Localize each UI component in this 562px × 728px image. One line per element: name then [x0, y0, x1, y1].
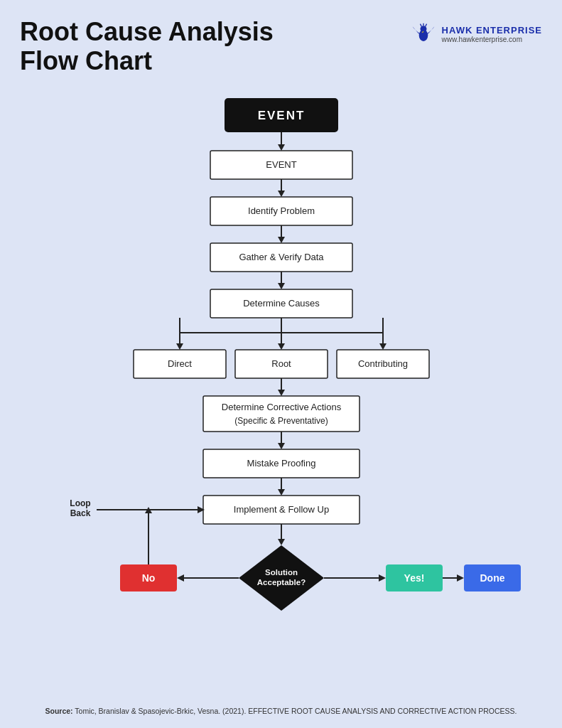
yes-label: Yes! — [404, 572, 425, 584]
page-title: Root Cause Analysis Flow Chart — [20, 17, 274, 76]
corrective-sub-label: (Specific & Preventative) — [234, 416, 328, 426]
svg-marker-35 — [379, 574, 386, 582]
corrective-label: Determine Corrective Actions — [222, 402, 342, 412]
loop-back-label2: Back — [70, 508, 91, 518]
svg-marker-15 — [176, 343, 183, 350]
page: Root Cause Analysis Flow Chart — [0, 0, 562, 728]
solution-label2: Acceptable? — [257, 578, 306, 587]
source-footer: Source: Tomic, Branislav & Spasojevic-Br… — [0, 707, 562, 715]
svg-marker-25 — [278, 489, 285, 496]
logo-text: HAWK ENTERPRISE www.hawkenterprise.com — [442, 25, 542, 43]
svg-marker-23 — [278, 443, 285, 449]
source-text: Tomic, Branislav & Spasojevic-Brkic, Ves… — [75, 707, 517, 715]
svg-marker-7 — [278, 237, 285, 243]
no-label: No — [142, 572, 156, 584]
svg-marker-29 — [278, 539, 285, 545]
svg-marker-3 — [278, 144, 285, 151]
event-main-label: EVENT — [258, 109, 306, 122]
hawk-logo-icon — [411, 21, 436, 47]
gather-verify-label: Gather & Verify Data — [239, 252, 324, 262]
event-label: EVENT — [266, 159, 296, 170]
svg-marker-19 — [379, 343, 387, 350]
svg-marker-5 — [278, 191, 285, 197]
logo-url: www.hawkenterprise.com — [442, 36, 542, 43]
flowchart-svg: EVENT EVENT Identify Problem Gather & Ve… — [0, 91, 562, 702]
svg-marker-31 — [177, 574, 184, 582]
determine-causes-label: Determine Causes — [243, 298, 320, 309]
logo-area: HAWK ENTERPRISE www.hawkenterprise.com — [411, 17, 542, 47]
root-label: Root — [271, 358, 291, 369]
svg-marker-37 — [457, 574, 464, 582]
solution-label: Solution — [265, 568, 298, 577]
svg-marker-21 — [278, 390, 285, 396]
source-label: Source: — [45, 707, 72, 715]
svg-marker-17 — [278, 343, 285, 350]
implement-label: Implement & Follow Up — [234, 504, 329, 515]
mistake-proofing-label: Mistake Proofing — [247, 458, 316, 469]
logo-name: HAWK ENTERPRISE — [442, 25, 542, 36]
identify-problem-label: Identify Problem — [248, 205, 315, 216]
header: Root Cause Analysis Flow Chart — [0, 0, 562, 76]
loop-back-label: Loop — [70, 498, 90, 508]
direct-label: Direct — [168, 358, 192, 369]
svg-marker-9 — [278, 283, 285, 289]
done-label: Done — [480, 572, 505, 584]
contributing-label: Contributing — [358, 358, 408, 369]
